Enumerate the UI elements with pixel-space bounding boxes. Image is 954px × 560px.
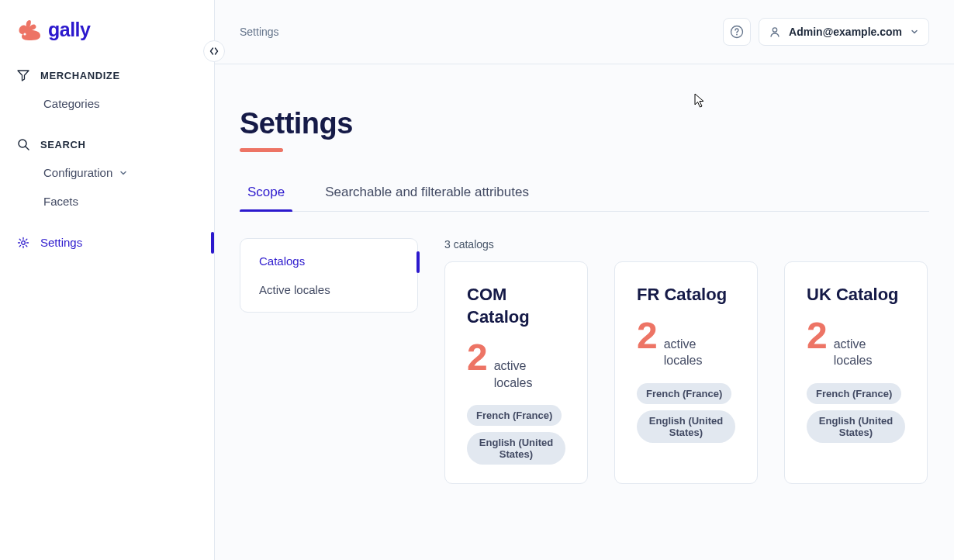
- search-icon: [17, 138, 29, 150]
- locale-chip: French (France): [467, 405, 562, 426]
- svg-point-3: [22, 240, 26, 244]
- sidebar-collapse-button[interactable]: [203, 40, 225, 62]
- catalog-locale-count: 2: [807, 317, 828, 354]
- page-title: Settings: [240, 107, 929, 140]
- svg-point-6: [773, 28, 776, 32]
- catalog-locale-count-text: active locales: [664, 336, 735, 369]
- locale-chip: French (France): [637, 383, 731, 404]
- bunny-icon: [17, 19, 42, 41]
- help-icon: [730, 25, 744, 39]
- nav-item-label: Settings: [40, 236, 82, 249]
- catalog-locale-count: 2: [637, 317, 658, 354]
- catalog-card[interactable]: FR Catalog 2 active locales French (Fran…: [614, 261, 758, 484]
- catalog-area: 3 catalogs COM Catalog 2 active locales …: [444, 238, 929, 484]
- logo[interactable]: gally: [0, 0, 214, 55]
- catalog-locale-count: 2: [467, 339, 488, 376]
- user-email: Admin@example.com: [789, 26, 902, 38]
- chevrons-icon: [209, 46, 219, 57]
- catalog-cards: COM Catalog 2 active locales French (Fra…: [444, 261, 929, 484]
- nav-item-facets[interactable]: Facets: [0, 187, 214, 216]
- svg-line-2: [26, 147, 29, 150]
- breadcrumb: Settings: [240, 26, 279, 38]
- topbar: Settings Admin@example.com: [215, 0, 954, 64]
- submenu-active-indicator: [417, 251, 420, 273]
- chevron-down-icon: [119, 168, 128, 178]
- nav-item-configuration[interactable]: Configuration: [0, 158, 214, 187]
- catalog-card[interactable]: UK Catalog 2 active locales French (Fran…: [784, 261, 928, 484]
- catalog-card[interactable]: COM Catalog 2 active locales French (Fra…: [444, 261, 588, 484]
- nav-item-label: Configuration: [43, 166, 112, 179]
- gear-icon: [17, 237, 29, 249]
- chevron-down-icon: [910, 27, 919, 36]
- main: Settings Admin@example.com Settings Scop…: [215, 0, 954, 560]
- nav-item-settings[interactable]: Settings: [0, 228, 214, 257]
- scope-submenu: Catalogs Active locales: [240, 238, 418, 313]
- catalog-card-title: UK Catalog: [807, 284, 905, 306]
- catalog-card-title: FR Catalog: [637, 284, 735, 306]
- nav-section-merchandize[interactable]: MERCHANDIZE: [0, 61, 214, 89]
- nav-item-label: Facets: [43, 195, 78, 208]
- nav-section-label: MERCHANDIZE: [40, 70, 120, 81]
- nav-section-label: SEARCH: [40, 139, 86, 150]
- catalog-card-title: COM Catalog: [467, 284, 565, 328]
- submenu-item-catalogs[interactable]: Catalogs: [240, 247, 417, 275]
- svg-point-5: [736, 34, 738, 36]
- nav-item-label: Categories: [43, 97, 100, 110]
- tab-attributes[interactable]: Searchable and filterable attributes: [317, 178, 537, 211]
- title-underline: [240, 148, 283, 152]
- catalog-locale-count-text: active locales: [834, 336, 905, 369]
- locale-chip: English (United States): [637, 410, 735, 443]
- user-menu-button[interactable]: Admin@example.com: [759, 18, 929, 46]
- submenu-item-active-locales[interactable]: Active locales: [240, 275, 417, 304]
- sidebar: gally MERCHANDIZE Categories SEARCH Conf…: [0, 0, 215, 560]
- tabs: Scope Searchable and filterable attribut…: [240, 178, 929, 212]
- logo-text: gally: [48, 19, 90, 41]
- catalog-count-label: 3 catalogs: [444, 238, 929, 251]
- nav-item-categories[interactable]: Categories: [0, 89, 214, 118]
- locale-chip: English (United States): [807, 410, 905, 443]
- catalog-locale-count-text: active locales: [494, 358, 565, 391]
- nav: MERCHANDIZE Categories SEARCH Configurat…: [0, 55, 214, 263]
- locale-chip: French (France): [807, 383, 901, 404]
- user-icon: [769, 26, 781, 38]
- help-button[interactable]: [723, 18, 751, 46]
- content: Settings Scope Searchable and filterable…: [215, 64, 954, 560]
- locale-chip: English (United States): [467, 432, 565, 465]
- svg-point-0: [23, 33, 26, 35]
- nav-section-search[interactable]: SEARCH: [0, 130, 214, 158]
- tab-scope[interactable]: Scope: [240, 178, 292, 211]
- filter-icon: [17, 69, 29, 81]
